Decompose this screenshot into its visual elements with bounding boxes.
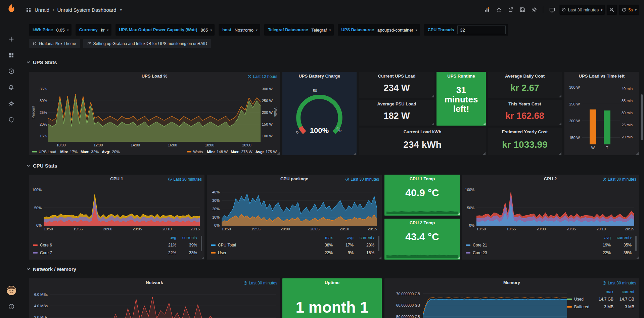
sidebar-explore-button[interactable]	[4, 63, 19, 79]
star-button[interactable]	[494, 5, 504, 15]
panel-resize-handle[interactable]	[201, 257, 204, 259]
network-chart[interactable]	[50, 290, 276, 318]
panel-resize-handle[interactable]	[457, 213, 460, 215]
grafana-logo[interactable]	[6, 3, 16, 13]
legend-scrollbar[interactable]	[378, 236, 379, 251]
variable-value-kwh-price[interactable]: 0.65	[56, 28, 64, 33]
legend-sort-current[interactable]: current▾	[354, 235, 374, 240]
panel-resize-handle[interactable]	[636, 152, 639, 155]
legend-sort-max[interactable]: max	[312, 235, 333, 240]
bar-T[interactable]	[604, 110, 611, 144]
legend-row-core-21[interactable]: Core 2119%35%	[466, 241, 632, 249]
legend-row-core-7[interactable]: Core 722%33%	[33, 249, 197, 257]
dashboard-settings-button[interactable]	[529, 5, 539, 15]
legend-sort-avg[interactable]: avg	[155, 235, 176, 240]
legend-sort-avg[interactable]: avg	[590, 235, 611, 240]
panel-resize-handle[interactable]	[431, 95, 434, 97]
chevron-down-icon[interactable]: ▾	[120, 8, 122, 12]
cpu2-chart[interactable]	[476, 188, 634, 226]
sidebar-dashboards-button[interactable]	[4, 47, 19, 63]
chevron-down-icon[interactable]: ▾	[256, 28, 258, 32]
panel-resize-handle[interactable]	[559, 123, 561, 125]
legend-entry-ups-load[interactable]: UPS LoadMin: 17%Max: 32%Avg: 20%	[32, 150, 120, 154]
panel-resize-handle[interactable]	[483, 152, 486, 155]
section-ups-stats[interactable]: UPS Stats	[26, 58, 57, 66]
legend-sort-current[interactable]: current▾	[611, 235, 632, 240]
zoom-out-button[interactable]	[607, 5, 617, 15]
legend-row-core-23[interactable]: Core 2322%35%	[466, 249, 632, 257]
variable-input-cpu-threads[interactable]	[457, 26, 506, 34]
variable-value-telegraf-datasource[interactable]: Telegraf	[311, 28, 327, 33]
legend-row-core-6[interactable]: Core 621%39%	[33, 241, 197, 249]
chevron-down-icon[interactable]: ▾	[416, 28, 417, 32]
legend-sort-current[interactable]: current	[613, 289, 634, 294]
sidebar-server-admin-button[interactable]	[4, 111, 19, 128]
cpu1-chart[interactable]	[44, 188, 200, 226]
cycle-view-button[interactable]	[547, 5, 557, 15]
panel-title-current-load-kwh[interactable]: Current Load kWh	[359, 128, 486, 136]
panel-resize-handle[interactable]	[277, 152, 280, 155]
save-button[interactable]	[517, 5, 527, 15]
page-scrollbar[interactable]	[641, 94, 643, 140]
panel-title-memory[interactable]: Memory	[384, 278, 639, 287]
help-button[interactable]: ?	[4, 299, 19, 315]
legend-row-buffered[interactable]: Buffered3 MB3 MB	[567, 303, 634, 311]
panel-title-network[interactable]: Network	[29, 278, 280, 287]
panel-resize-handle[interactable]	[636, 257, 639, 259]
panel-time-indicator[interactable]: Last 30 minutes	[243, 281, 277, 285]
panel-title-this-years-cost[interactable]: This Years Cost	[488, 100, 562, 108]
variable-value-host[interactable]: Nostromo	[235, 28, 254, 33]
panel-resize-handle[interactable]	[559, 95, 561, 97]
legend-scrollbar[interactable]	[201, 236, 202, 251]
panel-title-current-ups-load[interactable]: Current UPS Load	[359, 72, 434, 81]
ups-load-chart[interactable]	[48, 83, 261, 142]
panel-time-indicator[interactable]: Last 30 minutes	[602, 177, 636, 182]
panel-resize-handle[interactable]	[483, 123, 486, 125]
panel-title-ups-load-vs-time-left[interactable]: UPS Load vs Time left	[564, 72, 639, 81]
legend-scrollbar[interactable]	[635, 236, 637, 251]
legend-sort-avg[interactable]: avg	[333, 235, 354, 240]
panel-title-average-psu-load[interactable]: Average PSU Load	[359, 100, 434, 108]
time-range-picker[interactable]: Last 30 minutes ▾	[559, 5, 605, 15]
legend-sort-current[interactable]: current▾	[176, 235, 197, 240]
variable-value-ups-max-output[interactable]: 865	[200, 28, 208, 33]
legend-row-user[interactable]: User22%9%16%	[211, 249, 374, 257]
dashboard-link[interactable]: Grafana Plex Theme	[29, 39, 80, 48]
chevron-down-icon[interactable]: ▾	[329, 28, 331, 32]
variable-value-currency[interactable]: kr	[101, 28, 105, 33]
panel-resize-handle[interactable]	[457, 257, 460, 259]
user-avatar[interactable]	[4, 282, 19, 299]
sidebar-alerting-button[interactable]	[4, 79, 19, 95]
panel-title-average-daily-cost[interactable]: Average Daily Cost	[488, 72, 562, 81]
panel-title-ups-load[interactable]: UPS Load %	[29, 72, 280, 81]
panel-resize-handle[interactable]	[354, 152, 356, 155]
panel-title-cpu2-temp[interactable]: CPU 2 Temp	[384, 219, 460, 227]
cpu-package-chart[interactable]	[222, 188, 377, 226]
breadcrumb-folder[interactable]: Unraid	[35, 7, 49, 13]
sidebar-create-button[interactable]	[4, 31, 19, 47]
legend-entry-watts[interactable]: WattsMin: 148 WMax: 278 WAvg: 175 W	[187, 150, 277, 154]
legend-row-cpu-total[interactable]: CPU Total38%17%28%	[211, 241, 374, 249]
refresh-interval-label[interactable]: 5s	[628, 7, 633, 12]
panel-time-indicator[interactable]: Last 12 hours	[247, 74, 277, 79]
panel-title-estimated-yearly-cost[interactable]: Estimated Yearly Cost	[488, 128, 562, 136]
add-panel-button[interactable]	[482, 5, 492, 15]
panel-title-ups-runtime[interactable]: UPS Runtime	[436, 72, 486, 81]
dashboard-link[interactable]: Setting up Grafana and InfluxDB for UPS …	[83, 39, 211, 48]
refresh-button[interactable]: 5s ▾	[619, 5, 639, 15]
panel-title-ups-battery[interactable]: UPS Battery Charge	[282, 72, 357, 81]
panel-resize-handle[interactable]	[379, 257, 381, 259]
chevron-down-icon[interactable]: ▾	[210, 28, 212, 32]
legend-sort-max[interactable]: max	[593, 289, 613, 294]
panel-resize-handle[interactable]	[559, 152, 561, 155]
panel-resize-handle[interactable]	[431, 123, 434, 125]
panel-title-cpu1-temp[interactable]: CPU 1 Temp	[384, 175, 460, 183]
share-button[interactable]	[506, 5, 516, 15]
dashboard-grid-icon[interactable]	[26, 7, 31, 12]
ups-bar-chart[interactable]	[582, 84, 620, 144]
panel-time-indicator[interactable]: Last 30 minutes	[345, 177, 379, 182]
memory-chart[interactable]	[423, 290, 567, 318]
section-cpu-stats[interactable]: CPU Stats	[26, 162, 57, 169]
panel-time-indicator[interactable]: Last 30 minutes	[602, 281, 636, 285]
bar-W[interactable]	[590, 109, 597, 144]
